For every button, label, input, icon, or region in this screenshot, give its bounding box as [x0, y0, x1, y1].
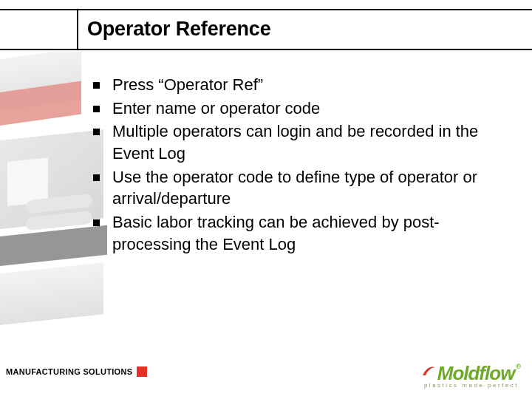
bullet-item: Use the operator code to define type of … [89, 166, 502, 210]
top-divider [0, 9, 532, 10]
red-square-icon [137, 366, 147, 377]
footer-label: MANUFACTURING SOLUTIONS [0, 367, 137, 376]
slide: Operator Reference Press “Operator Ref” … [0, 0, 532, 399]
brand-wordmark: Moldflow® [421, 365, 519, 382]
slide-title: Operator Reference [87, 18, 271, 41]
swoosh-icon [421, 364, 436, 378]
bullet-item: Multiple operators can login and be reco… [89, 120, 502, 164]
bullet-list: Press “Operator Ref” Enter name or opera… [89, 74, 502, 257]
brand-logo: Moldflow® plastics made perfect [421, 365, 519, 389]
svg-rect-5 [0, 262, 103, 327]
bullet-item: Basic labor tracking can be achieved by … [89, 211, 502, 255]
title-divider [0, 49, 532, 50]
bullet-item: Enter name or operator code [89, 98, 502, 120]
registered-mark: ® [516, 363, 520, 370]
bullet-item: Press “Operator Ref” [89, 74, 502, 96]
footer-tag: MANUFACTURING SOLUTIONS [0, 366, 147, 377]
vertical-divider [77, 9, 78, 50]
brand-name: Moldflow [437, 362, 515, 384]
top-left-spacer [0, 10, 77, 49]
